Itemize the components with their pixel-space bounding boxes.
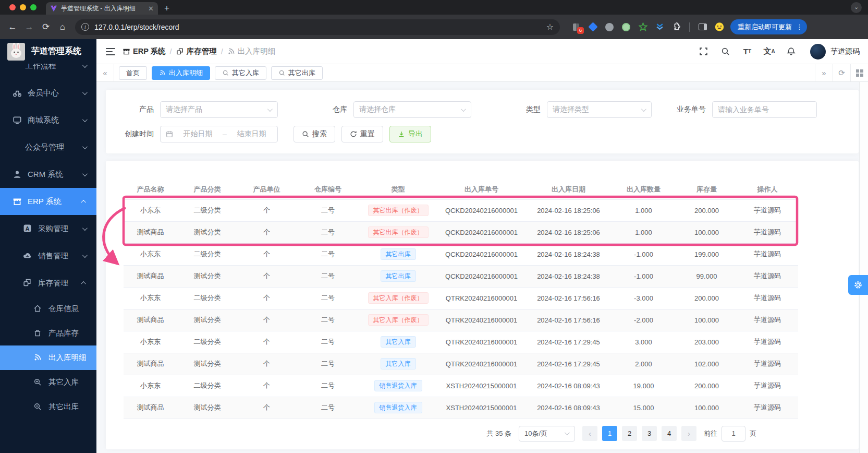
chrome-update-button[interactable]: 重新启动即可更新 ⋮: [730, 19, 807, 34]
end-date-placeholder: 结束日期: [231, 129, 272, 139]
warehouse-select[interactable]: 请选择仓库: [353, 101, 471, 118]
user-menu[interactable]: 芋道源码: [810, 44, 860, 59]
cell-product: 测试商品: [124, 265, 177, 287]
sidebar-item-purchase[interactable]: A 采购管理: [0, 215, 96, 242]
search-icon[interactable]: [720, 46, 730, 56]
cell-warehouse: 二号: [296, 243, 360, 265]
cell-date: 2024-02-16 17:29:45: [527, 331, 610, 353]
back-button[interactable]: ←: [4, 22, 21, 32]
cell-warehouse: 二号: [296, 199, 360, 221]
menu-collapse-icon[interactable]: [106, 48, 115, 55]
cell-product: 测试商品: [124, 309, 177, 331]
site-info-icon[interactable]: i: [81, 23, 89, 31]
page-button-2[interactable]: 2: [622, 426, 637, 441]
cell-warehouse: 二号: [296, 331, 360, 353]
tab-close-icon[interactable]: ✕: [148, 5, 154, 13]
sidebar-item-other-stock-in[interactable]: 其它入库: [0, 370, 96, 395]
filter-card: 产品 请选择产品 仓库 请选择仓库 类型 请选择类型: [106, 90, 859, 153]
font-size-icon[interactable]: TT: [742, 46, 752, 56]
sidebar-item-stock-record[interactable]: 出入库明细: [0, 345, 96, 370]
bizno-input-wrap: [712, 101, 817, 118]
side-panel-icon[interactable]: [698, 22, 707, 32]
breadcrumb-stock[interactable]: 库存管理: [176, 46, 217, 56]
extension-star-icon[interactable]: [638, 22, 647, 32]
cell-operator: 芋道源码: [737, 243, 798, 265]
window-zoom-button[interactable]: [30, 4, 36, 10]
translate-icon[interactable]: 文A: [764, 46, 774, 56]
browser-tab[interactable]: 芋道管理系统 - 出入库明细 ✕: [46, 2, 158, 15]
extension-green-icon[interactable]: [621, 22, 631, 32]
sidebar-item-sales[interactable]: 销售管理: [0, 242, 96, 269]
window-close-button[interactable]: [9, 4, 16, 10]
cell-date: 2024-02-16 08:09:43: [527, 375, 610, 397]
address-bar[interactable]: i 127.0.0.1/erp/stock/record ☆: [75, 19, 560, 35]
tags-refresh-icon[interactable]: ⟳: [833, 64, 850, 81]
home-button[interactable]: ⌂: [54, 22, 71, 32]
fullscreen-icon[interactable]: [699, 46, 708, 56]
cell-quantity: -1.000: [610, 243, 677, 265]
export-button[interactable]: 导出: [389, 126, 431, 142]
chevron-down-icon: [461, 106, 466, 112]
extension-grey-icon[interactable]: [605, 22, 614, 32]
sidebar-item-official-account[interactable]: 公众号管理: [0, 134, 96, 161]
tag-other-stock-out[interactable]: 其它出库: [271, 66, 323, 80]
reload-button[interactable]: ⟳: [38, 21, 54, 32]
profile-avatar-emoji[interactable]: [715, 22, 724, 32]
search-button[interactable]: 搜索: [294, 126, 335, 142]
cell-quantity: -2.000: [610, 309, 677, 331]
tags-layout-grid-icon[interactable]: [850, 64, 868, 81]
extensions-puzzle-icon[interactable]: [671, 22, 681, 32]
tag-other-stock-in[interactable]: 其它入库: [215, 66, 266, 80]
tag-stock-record[interactable]: 出入库明细: [152, 66, 210, 80]
chevron-down-icon: [82, 253, 88, 258]
tags-scroll-right-icon[interactable]: »: [815, 64, 833, 81]
extension-icon-badge[interactable]: 6: [571, 22, 581, 32]
sidebar-item-erp[interactable]: ERP 系统: [0, 188, 96, 215]
cell-operator: 芋道源码: [737, 375, 798, 397]
sidebar-logo[interactable]: 芋道管理系统: [0, 39, 96, 64]
date-range-picker[interactable]: 开始日期 – 结束日期: [160, 126, 278, 142]
next-page-button[interactable]: ›: [681, 426, 696, 441]
page-button-3[interactable]: 3: [642, 426, 657, 441]
cell-date: 2024-02-16 18:25:06: [527, 221, 610, 243]
sidebar-item-stock-management[interactable]: 库存管理: [0, 269, 96, 296]
cell-date: 2024-02-16 17:29:45: [527, 353, 610, 375]
type-badge: 其它入库: [381, 358, 416, 369]
new-tab-button[interactable]: +: [164, 2, 169, 15]
prev-page-button[interactable]: ‹: [582, 426, 597, 441]
sidebar-item-warehouse-info[interactable]: 仓库信息: [0, 296, 96, 321]
type-select[interactable]: 请选择类型: [547, 101, 652, 118]
breadcrumb-erp[interactable]: ERP 系统: [123, 46, 166, 56]
extension-chevrons-icon[interactable]: [655, 22, 664, 32]
tag-home[interactable]: 首页: [119, 66, 147, 80]
sidebar-item-member-center[interactable]: 会员中心: [0, 79, 96, 106]
browser-menu-kebab-icon[interactable]: ⋮: [796, 23, 803, 31]
bizno-input[interactable]: [718, 105, 811, 114]
theme-settings-fab[interactable]: [848, 275, 868, 295]
sidebar-item-crm[interactable]: CRM 系统: [0, 161, 96, 188]
tab-search-chevron-icon[interactable]: ⌄: [851, 2, 862, 13]
type-label: 类型: [505, 105, 541, 114]
bell-icon[interactable]: [786, 46, 796, 56]
cell-category: 二级分类: [177, 243, 237, 265]
bookmark-star-icon[interactable]: ☆: [546, 22, 554, 32]
scrollbar-gutter[interactable]: [859, 82, 868, 453]
page-button-4[interactable]: 4: [662, 426, 677, 441]
sidebar-item-product-stock[interactable]: 产品库存: [0, 321, 96, 345]
sidebar-item-mall[interactable]: 商城系统: [0, 106, 96, 134]
product-select[interactable]: 请选择产品: [160, 101, 278, 118]
sidebar-item-other-stock-out[interactable]: 其它出库: [0, 395, 96, 419]
window-minimize-button[interactable]: [20, 4, 26, 10]
forward-button[interactable]: →: [21, 22, 38, 32]
page-size-select[interactable]: 10条/页: [519, 426, 575, 442]
cell-product: 测试商品: [124, 397, 177, 419]
tags-scroll-left-icon[interactable]: «: [96, 64, 114, 81]
cell-order-no: QCKD20240216000001: [436, 199, 527, 221]
goto-page-input[interactable]: [722, 426, 745, 442]
cell-warehouse: 二号: [296, 397, 360, 419]
sidebar-item-workflow[interactable]: 工作流程: [0, 64, 96, 79]
chevron-up-icon: [81, 199, 86, 205]
extension-gem-icon[interactable]: [588, 22, 597, 32]
reset-button[interactable]: 重置: [341, 126, 383, 142]
page-button-1[interactable]: 1: [602, 426, 617, 441]
